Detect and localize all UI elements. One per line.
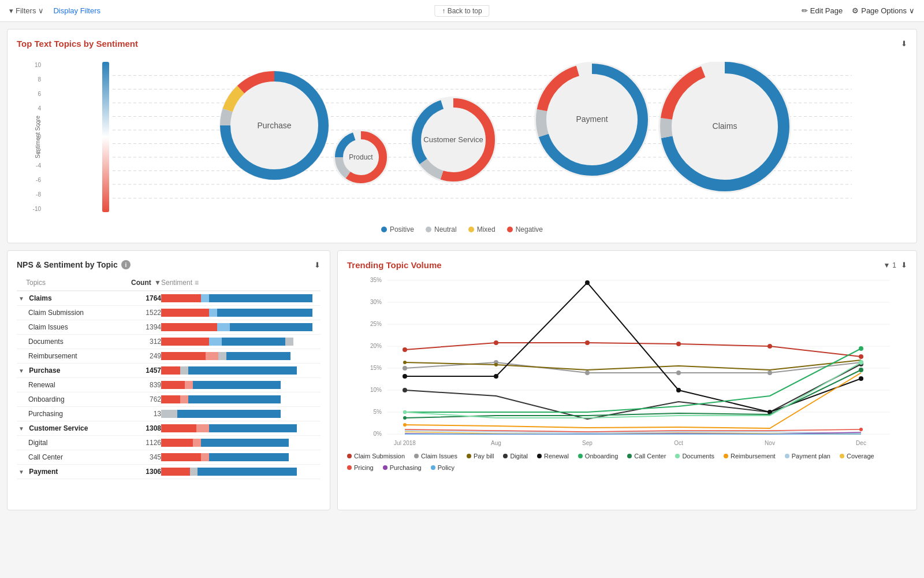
bar-gray — [218, 352, 226, 360]
table-body: ▼ Claims 1764 Claim Submission 1522 — [17, 291, 321, 479]
neutral-dot — [426, 227, 431, 232]
topic-label: Purchase — [29, 366, 60, 375]
trend-label: Pay bill — [474, 453, 494, 460]
trending-filter-button[interactable]: ▼ 1 — [883, 261, 896, 269]
y-tick: -10 — [33, 206, 41, 212]
svg-text:35%: 35% — [370, 277, 382, 283]
collapse-icon[interactable]: ▼ — [18, 469, 25, 476]
row-topic-payment: ▼ Payment — [17, 468, 121, 476]
svg-point-77 — [585, 280, 590, 285]
trending-title: Trending Topic Volume — [347, 260, 442, 270]
svg-point-69 — [767, 370, 772, 375]
bar-blue — [198, 468, 296, 476]
table-header: Topics Count ▼ Sentiment ≡ — [17, 276, 321, 291]
row-count: 345 — [121, 453, 161, 461]
edit-page-button[interactable]: ✏ Edit Page — [802, 6, 843, 15]
trending-download-icon[interactable]: ⬇ — [901, 261, 907, 269]
count-label: Count — [131, 279, 151, 287]
svg-text:30%: 30% — [370, 299, 382, 305]
row-topic-call-center: Call Center — [17, 453, 121, 461]
funnel-icon: ▼ — [883, 261, 890, 269]
svg-text:Customer Service: Customer Service — [423, 135, 483, 144]
bar-gray — [180, 366, 188, 375]
y-tick: 0 — [38, 134, 41, 140]
bubble-chart-svg: Purchase Product Customer Service Paym — [46, 62, 907, 212]
table-row: Onboarding 762 — [17, 392, 321, 407]
trend-dot — [785, 454, 789, 458]
page-options-button[interactable]: ⚙ Page Options ∨ — [852, 6, 915, 15]
trend-label: Call Center — [634, 453, 666, 460]
bar-pink — [201, 453, 209, 461]
bar-red — [161, 309, 209, 317]
bar-pink — [185, 381, 193, 389]
svg-text:5%: 5% — [374, 409, 382, 415]
legend-positive: Positive — [381, 225, 414, 234]
trend-dot — [414, 454, 419, 458]
bar-red — [161, 439, 193, 447]
table-row: ▼ Claims 1764 — [17, 291, 321, 306]
svg-point-64 — [859, 354, 863, 359]
filters-button[interactable]: ▾ Filters ∨ — [9, 6, 44, 15]
nps-title: NPS & Sentiment by Topic i — [17, 260, 131, 269]
bar-gray — [161, 410, 177, 418]
svg-text:Jul 2018: Jul 2018 — [394, 440, 416, 446]
svg-text:Purchase: Purchase — [257, 121, 291, 130]
negative-dot — [507, 227, 513, 232]
collapse-icon[interactable]: ▼ — [18, 425, 25, 432]
svg-text:20%: 20% — [370, 343, 382, 349]
display-filters-button[interactable]: Display Filters — [53, 6, 100, 15]
trend-dot — [627, 454, 632, 458]
main-content: Top Text Topics by Sentiment ⬇ Sentiment… — [0, 22, 924, 517]
trend-dot — [467, 454, 471, 458]
positive-label: Positive — [390, 225, 414, 234]
nps-download-icon[interactable]: ⬇ — [314, 261, 321, 269]
trend-dot — [431, 465, 435, 470]
back-to-top-button[interactable]: ↑ Back to top — [434, 5, 489, 17]
topic-label: Claims — [29, 294, 51, 302]
table-row: ▼ Payment 1306 — [17, 465, 321, 479]
svg-point-59 — [403, 347, 407, 352]
row-bar — [161, 453, 321, 461]
row-count: 1522 — [121, 309, 161, 317]
bar-red — [161, 323, 217, 331]
row-count: 839 — [121, 381, 161, 389]
sentiment-filter-icon[interactable]: ≡ — [195, 279, 199, 287]
collapse-icon[interactable]: ▼ — [18, 368, 25, 375]
download-icon[interactable]: ⬇ — [901, 39, 907, 48]
row-bar — [161, 352, 321, 360]
trend-dot — [347, 454, 352, 458]
bar-red — [161, 352, 206, 360]
filter-down-icon: ▾ — [9, 6, 13, 15]
bar-blue — [209, 294, 312, 302]
bar-red — [161, 294, 201, 302]
mixed-label: Mixed — [477, 225, 495, 234]
legend-item-purchasing: Purchasing — [383, 464, 422, 471]
row-topic-renewal: Renewal — [17, 381, 121, 389]
col-topics-header: Topics — [17, 279, 121, 287]
trend-dot — [578, 454, 583, 458]
y-tick: 2 — [38, 120, 41, 126]
table-row: Documents 312 — [17, 335, 321, 349]
legend-item-pay-bill: Pay bill — [467, 453, 494, 460]
row-count: 1126 — [121, 439, 161, 447]
collapse-icon[interactable]: ▼ — [18, 295, 25, 302]
topic-label: Payment — [29, 468, 58, 476]
legend-item-pricing: Pricing — [347, 464, 374, 471]
table-row: Purchasing 13 — [17, 407, 321, 421]
table-row: Reimbursement 249 — [17, 349, 321, 364]
filter-count: 1 — [892, 261, 896, 269]
svg-point-78 — [676, 388, 681, 392]
col-count-header[interactable]: Count ▼ — [121, 279, 161, 287]
info-icon[interactable]: i — [121, 260, 131, 269]
svg-point-80 — [859, 376, 863, 381]
gear-icon: ⚙ — [852, 6, 859, 15]
svg-text:Claims: Claims — [713, 121, 737, 131]
table-row: Call Center 345 — [17, 450, 321, 465]
row-count-purchase: 1457 — [121, 366, 161, 375]
row-topic-onboarding: Onboarding — [17, 395, 121, 403]
legend-item-payment-plan: Payment plan — [785, 453, 830, 460]
trend-label: Purchasing — [390, 464, 422, 471]
trend-label: Digital — [510, 453, 528, 460]
y-tick: 6 — [38, 91, 41, 97]
bar-red — [161, 338, 209, 346]
